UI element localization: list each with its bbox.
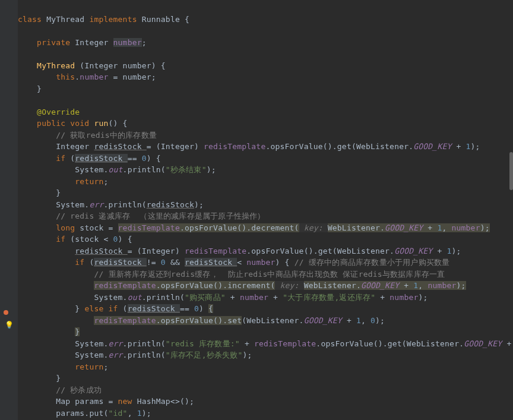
code-line: Integer redisStock = (Integer) redisTemp… <box>18 142 480 151</box>
code-line: if (redisStock == 0) { <box>18 154 161 163</box>
code-line: } <box>18 327 80 336</box>
code-line: private Integer number; <box>18 38 147 47</box>
code-editor[interactable]: class MyThread implements Runnable { pri… <box>18 2 513 420</box>
code-line: // redis 递减库存 （这里的减库存是属于原子性操作） <box>18 211 265 220</box>
code-line: // 秒杀成功 <box>18 386 102 394</box>
code-line: this.number = number; <box>18 72 156 81</box>
code-line: class MyThread implements Runnable { <box>18 15 189 24</box>
code-line: System.err.println("库存不足,秒杀失败"); <box>18 350 252 359</box>
code-line: redisTemplate.opsForValue().increment( k… <box>18 281 466 290</box>
code-line: redisTemplate.opsForValue().set(WebListe… <box>18 316 385 325</box>
breakpoint-marker[interactable] <box>4 310 8 315</box>
code-line: } <box>18 188 61 197</box>
code-line: MyThread (Integer number) { <box>18 61 166 70</box>
code-line: if (stock < 0) { <box>18 235 132 244</box>
code-line: @Override <box>18 108 80 116</box>
code-line: redisStock = (Integer) redisTemplate.ops… <box>18 247 461 255</box>
vertical-scrollbar[interactable] <box>509 0 513 420</box>
code-line: // 重新将库存返还到redis缓存， 防止redis中商品库存出现负数 保证r… <box>18 270 445 279</box>
code-line: long stock = redisTemplate.opsForValue()… <box>18 223 490 232</box>
code-line: } <box>18 374 61 383</box>
code-line: public void run() { <box>18 119 128 128</box>
code-line: } else if (redisStock == 0) { <box>18 304 213 313</box>
editor-gutter: 💡 <box>0 0 18 420</box>
code-line: } <box>18 84 42 93</box>
code-line: System.err.println("redis 库存数量:" + redis… <box>18 339 513 348</box>
code-line: // 获取redis中的库存数量 <box>18 131 157 140</box>
code-line: System.out.println("购买商品" + number + "大于… <box>18 293 428 302</box>
code-line: if (redisStock != 0 && redisStock < numb… <box>18 258 449 267</box>
scrollbar-thumb[interactable] <box>509 152 513 190</box>
code-line: Map params = new HashMap<>(); <box>18 397 194 406</box>
code-line: System.out.println("秒杀结束"); <box>18 165 216 174</box>
code-line: params.put("id", 1); <box>18 409 151 418</box>
code-line: return; <box>18 362 109 371</box>
code-line: return; <box>18 177 109 186</box>
lightbulb-icon[interactable]: 💡 <box>5 320 14 331</box>
code-line: System.err.println(redisStock); <box>18 200 204 209</box>
